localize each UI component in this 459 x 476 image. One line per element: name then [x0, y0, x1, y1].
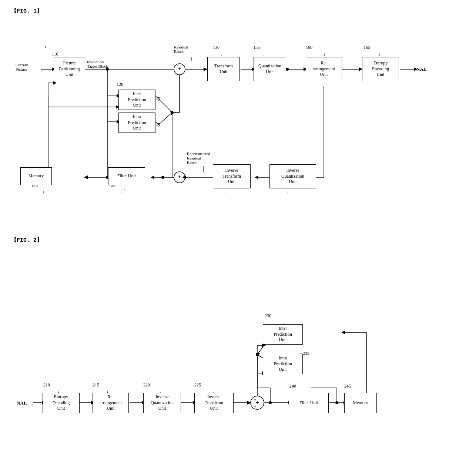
intra2-box: IntraPredictionUnit [263, 354, 303, 374]
svg-point-96 [256, 353, 259, 356]
svg-point-74 [251, 396, 264, 409]
ppu-arrow-label: ↓ [44, 44, 47, 48]
intra-box: IntraPredictionUnit [118, 113, 155, 133]
svg-text:+: + [255, 400, 259, 406]
svg-marker-29 [255, 175, 258, 179]
memory2-number: 245 [344, 383, 351, 389]
svg-marker-46 [53, 81, 57, 85]
svg-text:+: + [177, 171, 179, 176]
prediction-target-label: PredictionTarget Block [87, 60, 108, 68]
fig2-nal-label: NAL [17, 400, 27, 406]
svg-line-54 [158, 99, 172, 113]
svg-marker-73 [247, 401, 251, 405]
fig2-nal-arrow: → [29, 402, 34, 408]
edu-number: 210 [43, 382, 50, 388]
itu-arrow: ↓ [224, 190, 226, 194]
rrb-arrow: ↓ [203, 169, 205, 174]
rearr2-number: 215 [93, 382, 99, 388]
inter-number: 120 [117, 82, 123, 87]
edu-box: EntropyDecodingUnit [43, 393, 80, 413]
svg-marker-86 [341, 331, 345, 334]
svg-line-55 [158, 113, 172, 125]
filter2-box: Filter Unit [289, 393, 329, 413]
svg-text:+: + [177, 178, 179, 183]
residual-block-label: ResidualBlock [174, 45, 188, 54]
svg-point-38 [161, 176, 164, 179]
svg-point-11 [174, 64, 185, 75]
qu-arrow: ↓ [262, 52, 264, 56]
svg-point-79 [269, 401, 272, 404]
eeu-arrow: ↓ [379, 52, 381, 56]
svg-marker-40 [84, 175, 88, 179]
nal-label: NAL [416, 66, 426, 72]
svg-point-18 [286, 68, 289, 71]
fig1-diagram: + − [11, 18, 448, 225]
eeu-number: 165 [363, 45, 370, 50]
n125-arrow: ↓ [123, 186, 125, 191]
iqu-box: InverseQuantizationUnit [269, 164, 316, 188]
itu-box: InverseTransformUnit [213, 164, 251, 188]
inter2-box: InterPredictionUnit [263, 324, 303, 345]
arrow-in: → [39, 68, 43, 74]
tu-box: TransformUnit [207, 57, 240, 81]
svg-point-61 [171, 111, 174, 114]
page: 【FIG. 1】 + − [0, 0, 459, 469]
svg-point-30 [174, 172, 185, 183]
rearr-number: 160 [306, 45, 312, 50]
inter-box: InterPredictionUnit [118, 90, 155, 110]
residual-arrow: ↓ [191, 56, 193, 60]
rearr2-box: Re-arrangementUnit [93, 393, 129, 413]
svg-text:+: + [178, 174, 181, 180]
svg-marker-56 [170, 111, 173, 115]
filter2-number: 240 [289, 383, 296, 389]
fig1-label: 【FIG. 1】 [11, 7, 448, 14]
inter2-arrow: ↓ [283, 320, 285, 324]
memory-box: Memory [20, 167, 52, 185]
svg-text:−: − [177, 63, 179, 68]
current-picture-label: CurrentPicture [16, 63, 28, 71]
memory-arrow: ↓ [43, 190, 45, 194]
svg-point-51 [157, 123, 160, 126]
rrb-label: ReconstructedResidualBlock [187, 151, 210, 165]
svg-line-52 [155, 96, 158, 99]
tu-number: 130 [213, 45, 220, 50]
memory2-box: Memory [344, 393, 377, 413]
ppu-number: 110 [52, 51, 58, 57]
svg-text:+: + [178, 66, 181, 72]
iqu2-number: 220 [143, 382, 150, 388]
itu2-number: 225 [194, 382, 201, 388]
svg-marker-95 [255, 353, 260, 355]
svg-text:+: + [254, 404, 256, 409]
eeu-box: EntropyEncodingUnit [362, 57, 399, 81]
ppu-box: PicturePartitioningUnit [54, 57, 85, 81]
qu-number: 135 [253, 45, 260, 50]
rearr-arrow: ↓ [324, 52, 326, 56]
filter-box: Filter Unit [108, 167, 145, 185]
qu-box: QuantizationUnit [254, 57, 286, 81]
rearr-box: Re-arrangementUnit [306, 57, 342, 81]
svg-marker-37 [151, 175, 154, 179]
tu-arrow: ↓ [220, 52, 222, 56]
svg-marker-15 [204, 67, 207, 71]
svg-marker-35 [182, 175, 186, 179]
iqu2-box: InverseQuantizationUnit [143, 393, 181, 413]
fig2-arrows: + + + [11, 247, 448, 462]
svg-text:+: + [254, 397, 256, 402]
svg-point-50 [157, 97, 160, 100]
svg-point-83 [335, 401, 338, 404]
fig2-diagram: + + + [11, 247, 448, 462]
svg-line-53 [155, 122, 158, 125]
fig2-label: 【FIG. 2】 [11, 237, 448, 244]
iqu-arrow: ↓ [287, 190, 289, 194]
inter2-number: 230 [265, 313, 271, 319]
itu2-box: InverseTransfromUnit [194, 393, 234, 413]
filter-arrow: ↓ [120, 190, 123, 194]
fig1-arrows: + − [11, 18, 448, 225]
